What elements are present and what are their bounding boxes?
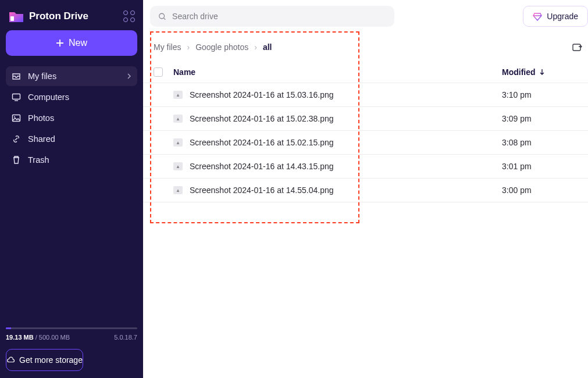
get-more-storage-button[interactable]: Get more storage: [6, 349, 83, 371]
file-modified: 3:09 pm: [502, 114, 532, 123]
svg-point-4: [159, 13, 165, 19]
svg-rect-2: [13, 115, 20, 122]
table-row[interactable]: ▲Screenshot 2024-01-16 at 14.43.15.png3:…: [143, 155, 588, 179]
inbox-icon: [12, 72, 21, 81]
logo-row: Proton Drive: [6, 7, 137, 30]
sidebar-item-trash[interactable]: Trash: [6, 150, 137, 170]
svg-rect-5: [573, 44, 580, 51]
file-name: Screenshot 2024-01-16 at 14.43.15.png: [190, 162, 334, 171]
storage-section: 19.13 MB / 500.00 MB 5.0.18.7 Get more s…: [6, 327, 137, 371]
sidebar-item-photos[interactable]: Photos: [6, 108, 137, 128]
svg-point-3: [14, 116, 15, 117]
upgrade-button[interactable]: Upgrade: [523, 6, 588, 27]
select-all-checkbox[interactable]: [154, 67, 163, 77]
breadcrumb-row: My files › Google photos › all: [143, 33, 588, 62]
sidebar: Proton Drive New My files Computers Phot…: [0, 0, 143, 378]
image-file-icon: ▲: [173, 115, 183, 123]
brand-name: Proton Drive: [29, 10, 88, 22]
share-folder-icon[interactable]: [572, 42, 582, 52]
table-row[interactable]: ▲Screenshot 2024-01-16 at 14.55.04.png3:…: [143, 179, 588, 202]
upgrade-label: Upgrade: [547, 12, 578, 21]
storage-text: 19.13 MB / 500.00 MB 5.0.18.7: [6, 334, 137, 341]
file-modified: 3:08 pm: [502, 138, 532, 147]
search-input[interactable]: [172, 12, 386, 21]
sidebar-item-shared[interactable]: Shared: [6, 129, 137, 149]
svg-rect-1: [13, 94, 20, 99]
main-area: Upgrade My files › Google photos › all N…: [143, 0, 588, 378]
chevron-right-icon: ›: [254, 42, 257, 52]
column-header-modified[interactable]: Modified: [502, 67, 578, 77]
sidebar-item-label: Trash: [28, 155, 49, 165]
brand-logo[interactable]: Proton Drive: [8, 9, 88, 23]
sidebar-item-label: Computers: [28, 92, 69, 102]
cloud-icon: [6, 356, 15, 364]
table-row[interactable]: ▲Screenshot 2024-01-16 at 15.02.38.png3:…: [143, 107, 588, 131]
table-row[interactable]: ▲Screenshot 2024-01-16 at 15.03.16.png3:…: [143, 83, 588, 107]
chevron-right-icon: ›: [187, 42, 190, 52]
file-list: ▲Screenshot 2024-01-16 at 15.03.16.png3:…: [143, 83, 588, 202]
storage-progress-fill: [6, 327, 11, 329]
breadcrumb-item[interactable]: Google photos: [195, 42, 248, 52]
column-header-name[interactable]: Name: [173, 67, 502, 77]
new-button[interactable]: New: [6, 30, 137, 56]
image-file-icon: ▲: [173, 138, 183, 147]
sidebar-item-computers[interactable]: Computers: [6, 87, 137, 107]
chevron-right-icon: [127, 73, 131, 79]
app-version: 5.0.18.7: [114, 334, 137, 341]
file-modified: 3:10 pm: [502, 90, 532, 99]
table-row[interactable]: ▲Screenshot 2024-01-16 at 15.02.15.png3:…: [143, 131, 588, 155]
plus-icon: [56, 39, 64, 47]
get-more-storage-label: Get more storage: [19, 355, 83, 365]
image-file-icon: ▲: [173, 91, 183, 99]
search-icon: [158, 12, 166, 21]
sidebar-item-my-files[interactable]: My files: [6, 66, 137, 86]
monitor-icon: [12, 92, 21, 102]
sidebar-item-label: Shared: [28, 134, 55, 144]
breadcrumb: My files › Google photos › all: [154, 42, 272, 52]
apps-switcher-icon[interactable]: [123, 10, 135, 22]
arrow-down-icon: [539, 69, 545, 76]
sidebar-nav: My files Computers Photos Shared Trash: [6, 66, 137, 170]
column-header-modified-label: Modified: [502, 67, 536, 77]
table-header: Name Modified: [143, 62, 588, 83]
sidebar-item-label: Photos: [28, 113, 54, 123]
image-icon: [12, 113, 21, 123]
storage-progress-bar: [6, 327, 137, 329]
search-box[interactable]: [150, 6, 394, 27]
file-name: Screenshot 2024-01-16 at 14.55.04.png: [190, 186, 334, 195]
proton-drive-icon: [8, 9, 24, 23]
svg-rect-0: [10, 16, 14, 21]
image-file-icon: ▲: [173, 162, 183, 170]
image-file-icon: ▲: [173, 186, 183, 194]
link-icon: [12, 134, 21, 144]
topbar: Upgrade: [143, 0, 588, 33]
sidebar-item-label: My files: [28, 72, 56, 81]
storage-total: / 500.00 MB: [34, 334, 70, 341]
breadcrumb-current: all: [263, 42, 272, 52]
file-name: Screenshot 2024-01-16 at 15.03.16.png: [190, 90, 334, 99]
breadcrumb-item[interactable]: My files: [154, 42, 181, 52]
storage-used: 19.13 MB: [6, 334, 34, 341]
file-name: Screenshot 2024-01-16 at 15.02.38.png: [190, 114, 334, 123]
file-name: Screenshot 2024-01-16 at 15.02.15.png: [190, 138, 334, 147]
trash-icon: [12, 155, 21, 165]
new-button-label: New: [69, 38, 87, 48]
file-modified: 3:00 pm: [502, 186, 532, 195]
diamond-icon: [533, 12, 542, 21]
file-modified: 3:01 pm: [502, 162, 532, 171]
